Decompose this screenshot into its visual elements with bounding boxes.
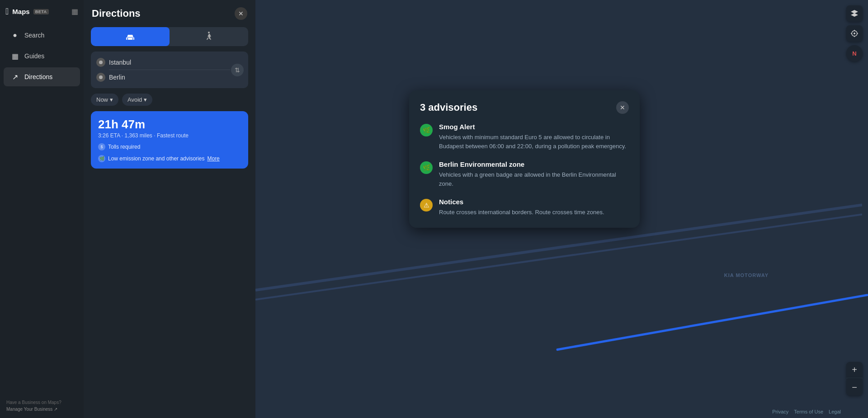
destination-row[interactable]: Berlin	[96, 70, 243, 85]
sidebar-footer: Have a Business on Maps? Manage Your Bus…	[0, 394, 84, 418]
route-duration: 21h 47m	[98, 117, 241, 132]
sidebar:  Maps BETA ▦ ● Search ▦ Guides ↗ Direct…	[0, 0, 84, 418]
sidebar-item-guides[interactable]: ▦ Guides	[4, 47, 80, 66]
sidebar-item-directions-label: Directions	[24, 73, 52, 80]
guides-icon: ▦	[11, 52, 19, 60]
origin-dot-icon	[99, 60, 103, 65]
map-area[interactable]: KIA MOTORWAY N + − Privacy Terms of Use …	[255, 0, 868, 418]
beta-badge: BETA	[33, 9, 49, 14]
svg-point-0	[208, 32, 210, 33]
swap-icon: ⇅	[235, 66, 240, 74]
panel-header: Directions ✕	[84, 0, 255, 24]
advisory-modal: 3 advisories ✕ 🌿 Smog Alert Vehicles wit…	[409, 90, 640, 228]
advisory-item-berlin-zone: 🌿 Berlin Environmental zone Vehicles wit…	[420, 160, 629, 188]
map-controls	[846, 5, 863, 42]
emission-icon: 🌿	[98, 155, 105, 162]
advisory-close-icon: ✕	[620, 104, 625, 111]
tab-drive[interactable]	[91, 27, 170, 46]
sidebar-item-directions[interactable]: ↗ Directions	[4, 67, 80, 86]
emission-row: 🌿 Low emission zone and other advisories…	[98, 155, 241, 162]
route-distance: 1,363 miles	[125, 132, 152, 139]
legal-link[interactable]: Legal	[829, 409, 841, 414]
map-footer: Privacy Terms of Use Legal	[772, 409, 841, 414]
sidebar-item-search[interactable]: ● Search	[4, 26, 80, 45]
chevron-down-icon: ▾	[110, 96, 113, 103]
advisory-close-button[interactable]: ✕	[616, 101, 629, 114]
berlin-zone-icon: 🌿	[420, 161, 433, 174]
berlin-zone-title: Berlin Environmental zone	[439, 160, 629, 168]
walk-icon	[205, 32, 213, 42]
compass-label: N	[852, 50, 856, 57]
zoom-controls: + −	[846, 362, 863, 395]
berlin-zone-content: Berlin Environmental zone Vehicles with …	[439, 160, 629, 188]
filter-avoid-label: Avoid	[127, 96, 142, 103]
route-inputs: Istanbul Berlin ⇅	[91, 52, 248, 88]
origin-dot	[96, 58, 105, 67]
advisory-header: 3 advisories ✕	[420, 101, 629, 114]
route-tag: Fastest route	[157, 132, 189, 139]
smog-alert-text: Vehicles with minimum standard Euro 5 ar…	[439, 133, 629, 150]
footer-business-link[interactable]: Manage Your Business ↗	[6, 407, 57, 412]
tab-walk[interactable]	[170, 27, 248, 46]
apple-logo-icon: 	[5, 6, 9, 17]
panel-close-button[interactable]: ✕	[235, 7, 247, 20]
origin-input[interactable]: Istanbul	[109, 59, 243, 66]
advisory-title: 3 advisories	[420, 102, 477, 113]
berlin-zone-text: Vehicles with a green badge are allowed …	[439, 170, 629, 188]
compass[interactable]: N	[846, 45, 863, 61]
smog-alert-title: Smog Alert	[439, 123, 629, 131]
layers-icon	[850, 9, 859, 18]
origin-row[interactable]: Istanbul	[96, 55, 243, 70]
svg-point-1	[99, 61, 103, 64]
car-icon	[125, 33, 135, 41]
terms-link[interactable]: Terms of Use	[794, 409, 823, 414]
search-icon: ●	[11, 31, 19, 39]
smog-alert-content: Smog Alert Vehicles with minimum standar…	[439, 123, 629, 150]
sidebar-item-search-label: Search	[24, 32, 44, 39]
close-icon: ✕	[238, 10, 244, 17]
tolls-icon: $	[98, 143, 105, 150]
directions-icon: ↗	[11, 73, 19, 81]
advisory-item-smog: 🌿 Smog Alert Vehicles with minimum stand…	[420, 123, 629, 150]
more-link[interactable]: More	[207, 155, 219, 162]
notices-icon: ⚠	[420, 199, 433, 211]
privacy-link[interactable]: Privacy	[772, 409, 788, 414]
destination-dot	[96, 73, 105, 82]
app-title: Maps	[12, 8, 29, 15]
sidebar-item-guides-label: Guides	[24, 52, 44, 60]
svg-point-3	[854, 33, 855, 34]
tolls-row: $ Tolls required	[98, 143, 241, 150]
zoom-in-button[interactable]: +	[846, 362, 863, 378]
route-separator: ·	[122, 132, 125, 139]
svg-point-2	[99, 75, 103, 79]
road-label: KIA MOTORWAY	[724, 272, 769, 278]
panel-title: Directions	[92, 8, 141, 19]
route-details: 3:26 ETA · 1,363 miles · Fastest route	[98, 132, 241, 139]
smog-alert-icon: 🌿	[420, 124, 433, 136]
filter-now-button[interactable]: Now ▾	[91, 94, 118, 106]
emission-label: Low emission zone and other advisories	[108, 155, 204, 162]
transport-tabs	[91, 27, 248, 46]
location-icon	[850, 29, 859, 38]
tolls-label: Tolls required	[108, 144, 140, 150]
sidebar-toggle-icon[interactable]: ▦	[71, 7, 78, 16]
swap-button[interactable]: ⇅	[231, 64, 244, 76]
route-eta: 3:26 ETA	[98, 132, 120, 139]
footer-business-line1: Have a Business on Maps?	[6, 399, 77, 406]
notices-text: Route crosses international borders. Rou…	[439, 208, 604, 217]
location-button[interactable]	[846, 25, 863, 42]
zoom-out-button[interactable]: −	[846, 379, 863, 395]
notices-content: Notices Route crosses international bord…	[439, 198, 604, 217]
destination-input[interactable]: Berlin	[109, 74, 243, 81]
advisory-item-notices: ⚠ Notices Route crosses international bo…	[420, 198, 629, 217]
main-panel: Directions ✕ Istanbul	[84, 0, 255, 418]
sidebar-header:  Maps BETA ▦	[0, 0, 84, 21]
sidebar-nav: ● Search ▦ Guides ↗ Directions	[0, 21, 84, 91]
filter-row: Now ▾ Avoid ▾	[91, 94, 248, 106]
layers-button[interactable]	[846, 5, 863, 22]
filter-avoid-button[interactable]: Avoid ▾	[122, 94, 152, 106]
chevron-down-icon: ▾	[144, 96, 147, 103]
route-separator2: ·	[154, 132, 157, 139]
route-card[interactable]: 21h 47m 3:26 ETA · 1,363 miles · Fastest…	[91, 111, 248, 169]
filter-now-label: Now	[96, 96, 108, 103]
